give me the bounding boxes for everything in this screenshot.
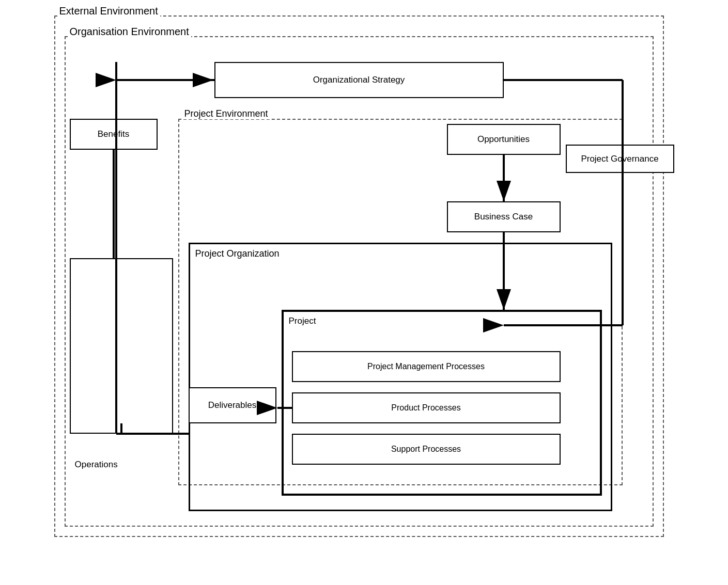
- operations-box: [70, 258, 173, 434]
- organisation-environment-label: Organisation Environment: [68, 26, 191, 38]
- deliverables-box: Deliverables: [189, 387, 276, 423]
- business-case-label: Business Case: [474, 212, 533, 222]
- project-governance-label: Project Governance: [581, 154, 658, 164]
- project-organization-label: Project Organization: [195, 248, 280, 259]
- opportunities-label: Opportunities: [477, 134, 530, 145]
- opportunities-box: Opportunities: [447, 124, 561, 155]
- external-environment-label: External Environment: [57, 5, 160, 17]
- project-governance-box: Project Governance: [566, 145, 674, 173]
- pm-processes-box: Project Management Processes: [292, 351, 561, 382]
- project-label: Project: [289, 316, 316, 326]
- benefits-label: Benefits: [98, 129, 129, 139]
- support-processes-box: Support Processes: [292, 434, 561, 465]
- deliverables-label: Deliverables: [208, 400, 257, 410]
- support-processes-label: Support Processes: [391, 445, 461, 454]
- organizational-strategy-box: Organizational Strategy: [214, 62, 504, 98]
- business-case-box: Business Case: [447, 201, 561, 232]
- organizational-strategy-label: Organizational Strategy: [313, 75, 405, 85]
- diagram-container: External Environment Organisation Enviro…: [54, 15, 674, 558]
- product-processes-box: Product Processes: [292, 392, 561, 423]
- project-environment-label: Project Environment: [182, 108, 270, 119]
- benefits-box: Benefits: [70, 119, 158, 150]
- pm-processes-label: Project Management Processes: [367, 362, 485, 371]
- product-processes-label: Product Processes: [391, 403, 460, 413]
- operations-label: Operations: [75, 460, 118, 470]
